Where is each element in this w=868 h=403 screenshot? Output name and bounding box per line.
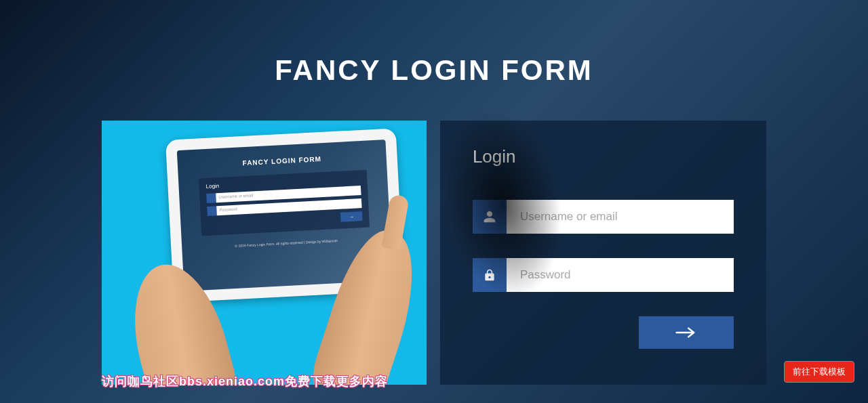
- download-template-button[interactable]: 前往下载模板: [784, 361, 854, 383]
- arrow-right-icon: [675, 326, 697, 339]
- watermark-text: 访问咖鸟社区bbs.xieniao.com免费下载更多内容: [102, 373, 388, 389]
- lock-icon: [207, 206, 217, 216]
- preview-submit-button: →: [340, 211, 363, 222]
- preview-title: FANCY LOGIN FORM: [198, 153, 366, 169]
- preview-footer: © 2016 Fancy Login Form. All rights rese…: [202, 236, 370, 249]
- arrow-right-icon: →: [349, 213, 354, 219]
- preview-card: Login Username or email Password →: [199, 170, 370, 236]
- preview-panel: FANCY LOGIN FORM Login Username or email…: [102, 121, 427, 385]
- user-icon: [206, 193, 216, 203]
